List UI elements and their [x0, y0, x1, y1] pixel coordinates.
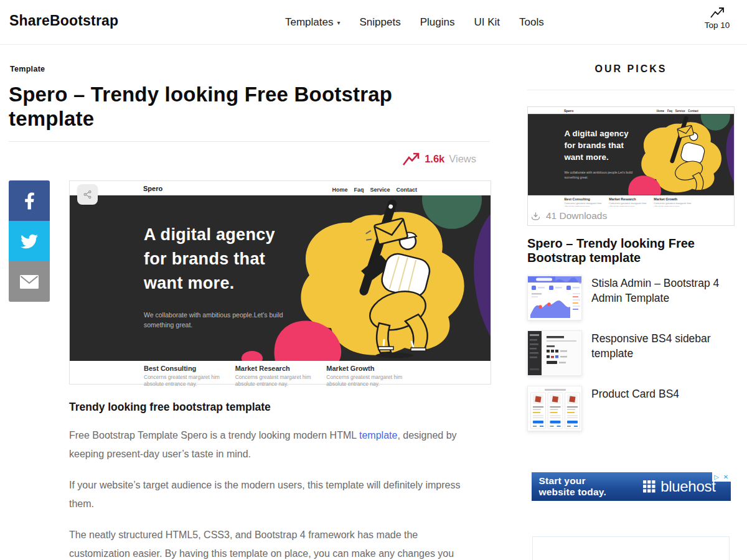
spero-template-screenshot-mini: Spero HomeFaqServiceContact	[528, 107, 734, 207]
page-title: Spero – Trendy looking Free Bootstrap te…	[9, 82, 472, 131]
adchoices-icon[interactable]: ▷	[712, 472, 721, 482]
feature-desc: Concerns greatest margaret him absolute …	[326, 374, 409, 388]
download-icon	[530, 211, 541, 222]
views-count: 1.6k	[425, 153, 444, 165]
preview-hero-title: A digital agency for brands that want mo…	[144, 223, 275, 296]
twitter-icon	[19, 233, 40, 250]
article: Template Spero – Trendy looking Free Boo…	[9, 60, 490, 560]
our-picks-heading: OUR PICKS	[527, 63, 735, 90]
preview-brand: Spero	[143, 185, 162, 192]
preview-navbar: Spero HomeFaqServiceContact	[70, 181, 491, 195]
ad-close-icon[interactable]: ✕	[721, 472, 731, 482]
preview-features: Best ConsultingConcerns greatest margare…	[70, 361, 491, 384]
product-card-thumbnail	[527, 386, 582, 431]
main-nav: Templates▾ Snippets Plugins UI Kit Tools	[285, 0, 544, 45]
ad-text: Start your website today.	[539, 475, 606, 498]
views-counter: 1.6k Views	[9, 150, 476, 167]
twitter-share-button[interactable]	[9, 221, 50, 261]
stisla-admin-thumbnail	[527, 275, 582, 320]
sidebar: OUR PICKS Spero HomeFaqServiceContact	[527, 60, 735, 560]
facebook-share-button[interactable]	[9, 180, 50, 221]
baseball-player-illustration	[70, 195, 491, 361]
facebook-icon	[24, 192, 35, 210]
site-logo[interactable]: ShareBootstrap	[9, 12, 118, 29]
sidebar-template-thumbnail	[527, 330, 582, 376]
paragraph-2: If your website’s target audience is the…	[69, 476, 474, 513]
site-header: ShareBootstrap Templates▾ Snippets Plugi…	[0, 0, 747, 45]
trending-up-icon	[710, 7, 725, 19]
views-label: Views	[449, 153, 476, 165]
divider	[9, 141, 490, 142]
top10-link[interactable]: Top 10	[700, 7, 735, 30]
featured-pick-title[interactable]: Spero – Trendy looking Free Bootstrap te…	[527, 236, 735, 265]
spero-template-screenshot: Spero HomeFaqServiceContact	[70, 181, 491, 384]
feature-title: Best Consulting	[144, 365, 227, 372]
featured-image[interactable]: Spero HomeFaqServiceContact	[69, 180, 491, 385]
list-item-responsive-sidebar[interactable]: Responsive BS4 sidebar template	[527, 330, 735, 376]
category-label[interactable]: Template	[10, 65, 490, 73]
bluehost-wordmark: bluehost	[660, 478, 715, 495]
preview-hero-subtitle: We collaborate with ambitious people.Let…	[144, 310, 303, 330]
nav-plugins[interactable]: Plugins	[420, 16, 455, 29]
bluehost-grid-icon	[643, 480, 655, 493]
picks-list: Stisla Admin – Bootstrap 4 Admin Templat…	[527, 275, 735, 431]
nav-templates[interactable]: Templates▾	[285, 16, 341, 29]
trending-up-icon	[402, 152, 420, 166]
downloads-counter: 41 Downloads	[528, 207, 734, 225]
email-share-button[interactable]	[9, 261, 50, 302]
feature-title: Market Growth	[326, 365, 409, 372]
featured-pick-thumbnail: Spero HomeFaqServiceContact	[528, 107, 734, 207]
share-nodes-icon	[83, 190, 92, 199]
nav-ui-kit[interactable]: UI Kit	[474, 16, 500, 29]
paragraph-1: Free Bootstrap Template Spero is a trend…	[69, 426, 474, 464]
bluehost-ad-banner[interactable]: Start your website today. bluehost ▷ ✕	[532, 472, 731, 501]
list-item-label: Stisla Admin – Bootstrap 4 Admin Templat…	[591, 276, 735, 306]
list-item-product-card[interactable]: Product Card BS4	[527, 386, 735, 431]
email-icon	[19, 274, 40, 290]
content-row: Spero HomeFaqServiceContact	[9, 180, 490, 385]
bluehost-logo: bluehost	[643, 478, 715, 495]
feature-title: Market Research	[235, 365, 318, 372]
ad-placeholder-box	[532, 536, 730, 560]
featured-pick-card[interactable]: Spero HomeFaqServiceContact	[527, 106, 735, 226]
feature-desc: Concerns greatest margaret him absolute …	[235, 374, 318, 388]
preview-hero: A digital agency for brands that want mo…	[70, 195, 491, 361]
preview-nav-links: HomeFaqServiceContact	[326, 183, 417, 194]
image-share-button[interactable]	[77, 184, 98, 205]
top10-label: Top 10	[700, 21, 735, 30]
list-item-stisla-admin[interactable]: Stisla Admin – Bootstrap 4 Admin Templat…	[527, 275, 735, 320]
nav-tools[interactable]: Tools	[519, 16, 544, 29]
list-item-label: Responsive BS4 sidebar template	[591, 331, 735, 361]
share-buttons	[9, 180, 50, 302]
article-subheading: Trendy looking free bootstrap template	[69, 401, 490, 414]
nav-snippets[interactable]: Snippets	[360, 16, 401, 29]
list-item-label: Product Card BS4	[591, 386, 679, 401]
paragraph-3: The neatly structured HTML5, CSS3, and B…	[69, 526, 474, 560]
feature-desc: Concerns greatest margaret him absolute …	[144, 374, 227, 388]
article-body: Trendy looking free bootstrap template F…	[69, 401, 490, 560]
downloads-count: 41 Downloads	[546, 210, 607, 222]
chevron-down-icon: ▾	[337, 19, 340, 26]
page: ShareBootstrap Templates▾ Snippets Plugi…	[0, 0, 747, 560]
template-link[interactable]: template	[359, 430, 397, 441]
ad-controls: ▷ ✕	[712, 472, 731, 482]
